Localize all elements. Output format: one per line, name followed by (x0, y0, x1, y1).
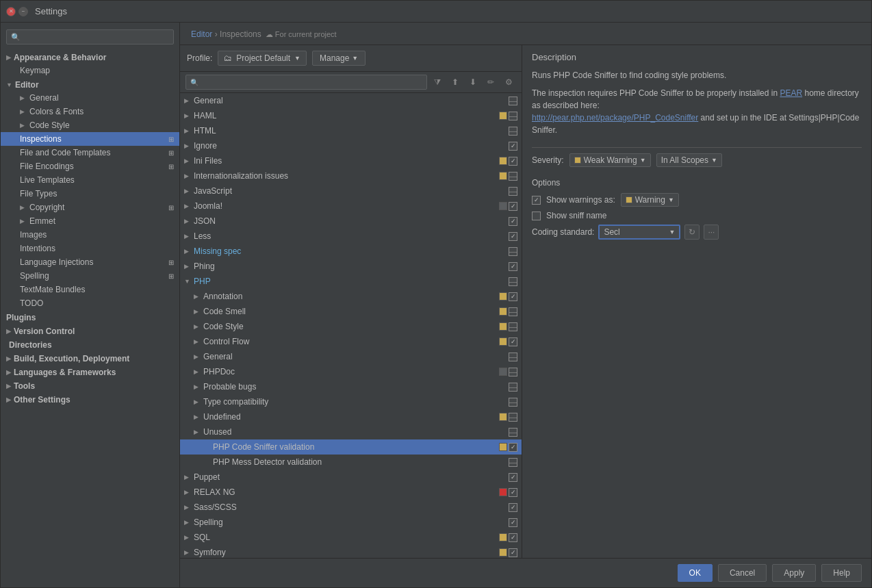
indeterminate-checkbox[interactable]: — (509, 368, 517, 376)
sidebar-item-keymap[interactable]: Keymap (1, 64, 179, 77)
sidebar-item-intentions[interactable]: Intentions (1, 242, 179, 255)
sidebar-item-general[interactable]: ▶ General (1, 91, 179, 105)
checked-checkbox[interactable]: ✓ (509, 443, 517, 452)
sidebar-item-other-settings[interactable]: ▶ Other Settings (1, 392, 179, 406)
tree-row[interactable]: ▶ Internationalization issues — (180, 168, 522, 183)
checked-checkbox[interactable]: ✓ (509, 337, 517, 346)
sidebar-item-tools[interactable]: ▶ Tools (1, 379, 179, 392)
pear-link[interactable]: PEAR (780, 88, 802, 98)
tree-row[interactable]: ▶ Type compatibility — (180, 394, 522, 409)
sidebar-item-file-types[interactable]: File Types (1, 187, 179, 201)
indeterminate-checkbox[interactable]: — (509, 277, 517, 286)
tree-row[interactable]: ▶ PHP Mess Detector validation — (180, 455, 522, 470)
tree-row[interactable]: ▶ Code Style — (180, 319, 522, 334)
close-button[interactable]: ✕ (6, 7, 16, 16)
sidebar-search-box[interactable]: 🔍 (6, 29, 174, 44)
indeterminate-checkbox[interactable]: — (509, 307, 517, 316)
indeterminate-checkbox[interactable]: — (509, 458, 517, 467)
sidebar-item-textmate-bundles[interactable]: TextMate Bundles (1, 283, 179, 296)
checked-checkbox[interactable]: ✓ (509, 142, 517, 151)
filter-button[interactable]: ⧩ (430, 75, 445, 90)
sidebar-item-code-style[interactable]: ▶ Code Style (1, 118, 179, 132)
sidebar-item-todo[interactable]: TODO (1, 296, 179, 310)
sidebar-item-copyright[interactable]: ▶ Copyright ⊞ (1, 201, 179, 214)
tree-row[interactable]: ▶ Less ✓ (180, 229, 522, 244)
tree-row[interactable]: ▶ Puppet ✓ (180, 470, 522, 485)
help-button[interactable]: Help (821, 564, 862, 582)
tree-row[interactable]: ▶ Symfony ✓ (180, 545, 522, 558)
show-sniff-name-checkbox[interactable] (532, 212, 541, 220)
sidebar-item-images[interactable]: Images (1, 228, 179, 242)
export-button[interactable]: ✏ (483, 75, 498, 90)
indeterminate-checkbox[interactable]: — (509, 172, 517, 181)
minimize-button[interactable]: − (18, 7, 28, 16)
more-options-button[interactable]: ··· (704, 225, 719, 240)
checked-checkbox[interactable]: ✓ (509, 202, 517, 211)
inspections-tree[interactable]: ▶ General — ▶ HAML — (180, 93, 522, 558)
checked-checkbox[interactable]: ✓ (509, 533, 517, 542)
checked-checkbox[interactable]: ✓ (509, 503, 517, 512)
tree-search-input[interactable] (201, 77, 422, 87)
severity-scope-dropdown[interactable]: In All Scopes ▼ (656, 153, 722, 167)
sidebar-item-live-templates[interactable]: Live Templates (1, 173, 179, 187)
tree-row[interactable]: ▶ Spelling ✓ (180, 515, 522, 530)
tree-row[interactable]: ▼ PHP — (180, 274, 522, 289)
indeterminate-checkbox[interactable]: — (509, 322, 517, 331)
checked-checkbox[interactable]: ✓ (509, 157, 517, 166)
checked-checkbox[interactable]: ✓ (509, 232, 517, 241)
sidebar-item-directories[interactable]: Directories (1, 337, 179, 351)
tree-row[interactable]: ▶ SQL ✓ (180, 530, 522, 545)
php-codesniffer-link[interactable]: http://pear.php.net/package/PHP_CodeSnif… (532, 113, 698, 123)
indeterminate-checkbox[interactable]: — (509, 247, 517, 256)
sidebar-item-build[interactable]: ▶ Build, Execution, Deployment (1, 351, 179, 365)
tree-row[interactable]: ▶ Control Flow ✓ (180, 334, 522, 349)
indeterminate-checkbox[interactable]: — (509, 413, 517, 422)
checked-checkbox[interactable]: ✓ (509, 473, 517, 482)
tree-row[interactable]: ▶ Joomla! ✓ (180, 199, 522, 214)
tree-row[interactable]: ▶ Ini Files ✓ (180, 153, 522, 168)
ok-button[interactable]: OK (678, 564, 713, 582)
sidebar-item-colors-fonts[interactable]: ▶ Colors & Fonts (1, 105, 179, 118)
indeterminate-checkbox[interactable]: — (509, 353, 517, 361)
sidebar-item-file-code-templates[interactable]: File and Code Templates ⊞ (1, 146, 179, 159)
sidebar-item-version-control[interactable]: ▶ Version Control (1, 324, 179, 337)
sidebar-item-languages[interactable]: ▶ Languages & Frameworks (1, 365, 179, 379)
tree-row[interactable]: ▶ Probable bugs — (180, 379, 522, 394)
settings-button[interactable]: ⚙ (501, 75, 516, 90)
tree-row[interactable]: ▶ Annotation ✓ (180, 289, 522, 304)
show-warnings-checkbox[interactable]: ✓ (532, 196, 541, 205)
cancel-button[interactable]: Cancel (718, 564, 767, 582)
tree-row[interactable]: ▶ Code Smell — (180, 304, 522, 319)
tree-row[interactable]: ▶ Missing spec — (180, 244, 522, 259)
tree-row[interactable]: ▶ HTML — (180, 123, 522, 138)
tree-row[interactable]: ▶ General — (180, 93, 522, 108)
manage-button[interactable]: Manage ▼ (312, 51, 366, 66)
expand-all-button[interactable]: ⬆ (448, 75, 463, 90)
sidebar-item-inspections[interactable]: Inspections ⊞ (1, 132, 179, 146)
tree-row[interactable]: ▶ PHPDoc — (180, 364, 522, 379)
refresh-button[interactable]: ↻ (684, 225, 700, 240)
apply-button[interactable]: Apply (772, 564, 816, 582)
severity-level-dropdown[interactable]: Weak Warning ▼ (569, 153, 651, 167)
indeterminate-checkbox[interactable]: — (509, 398, 517, 407)
checked-checkbox[interactable]: ✓ (509, 488, 517, 497)
sidebar-item-file-encodings[interactable]: File Encodings ⊞ (1, 159, 179, 173)
tree-search-box[interactable]: 🔍 (185, 75, 427, 90)
tree-row[interactable]: ▶ Sass/SCSS ✓ (180, 500, 522, 515)
tree-row-selected[interactable]: ▶ PHP Code Sniffer validation ✓ (180, 439, 522, 455)
profile-dropdown[interactable]: 🗂 Project Default ▼ (218, 51, 307, 66)
sidebar-item-editor[interactable]: ▼ Editor (1, 77, 179, 91)
breadcrumb-editor[interactable]: Editor (191, 29, 212, 39)
tree-row[interactable]: ▶ Phing ✓ (180, 259, 522, 274)
indeterminate-checkbox[interactable]: — (509, 127, 517, 136)
tree-row[interactable]: ▶ JSON ✓ (180, 214, 522, 229)
checked-checkbox[interactable]: ✓ (509, 292, 517, 301)
tree-row[interactable]: ▶ Unused — (180, 424, 522, 439)
tree-row[interactable]: ▶ Undefined — (180, 409, 522, 424)
sidebar-item-appearance[interactable]: ▶ Appearance & Behavior (1, 50, 179, 64)
sidebar-item-spelling[interactable]: Spelling ⊞ (1, 269, 179, 283)
sidebar-search-input[interactable] (23, 32, 169, 42)
sidebar-item-emmet[interactable]: ▶ Emmet (1, 214, 179, 228)
checked-checkbox[interactable]: ✓ (509, 548, 517, 557)
indeterminate-checkbox[interactable]: — (509, 428, 517, 437)
